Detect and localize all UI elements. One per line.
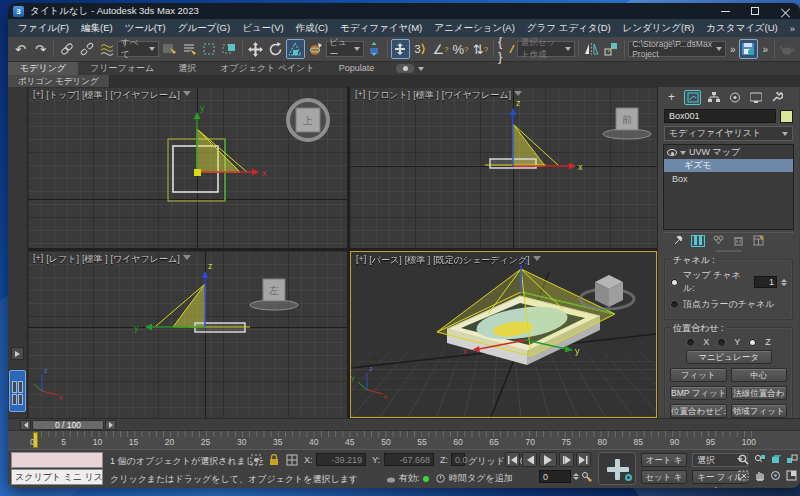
go-to-start-button[interactable]: [505, 452, 520, 467]
ribbon-tab-object-paint[interactable]: オブジェクト ペイント: [208, 62, 327, 75]
select-and-link-button[interactable]: [57, 39, 76, 59]
remove-modifier-button[interactable]: [731, 235, 745, 247]
menu-tools[interactable]: ツール(T): [119, 19, 172, 37]
previous-frame-arrow[interactable]: [20, 420, 31, 430]
toolbar-overflow-chevron-2[interactable]: »: [759, 44, 771, 55]
ribbon-tab-selection[interactable]: 選択: [166, 62, 208, 75]
ribbon-tab-freeform[interactable]: フリーフォーム: [78, 62, 166, 75]
next-frame-arrow[interactable]: [105, 420, 116, 430]
menu-create[interactable]: 作成(C): [290, 19, 334, 37]
region-fit-button[interactable]: 領域フィット: [731, 404, 788, 418]
menu-file[interactable]: ファイル(F): [12, 19, 75, 37]
auto-key-button[interactable]: オート キー: [641, 453, 687, 467]
configure-modifier-sets-button[interactable]: [751, 235, 765, 247]
play-animation-button[interactable]: [539, 452, 557, 467]
select-and-scale-button[interactable]: [286, 39, 305, 59]
menu-overflow-chevron[interactable]: »: [784, 23, 800, 34]
save-file-button[interactable]: [739, 39, 758, 59]
select-and-rotate-button[interactable]: [266, 39, 285, 59]
viewport-name-menu[interactable]: [フロント]: [368, 89, 410, 102]
percent-snap-toggle[interactable]: %?: [451, 39, 470, 59]
vertex-color-radio[interactable]: [670, 300, 679, 309]
snaps-toggle[interactable]: 3: [411, 39, 430, 59]
previous-frame-button[interactable]: [522, 452, 537, 467]
menu-rendering[interactable]: レンダリング(R): [617, 19, 701, 37]
center-button[interactable]: 中心: [731, 368, 788, 382]
viewport-shading-menu[interactable]: [ワイヤフレーム]: [110, 253, 179, 266]
maximize-button[interactable]: [740, 3, 770, 19]
frame-spinner-arrows[interactable]: [573, 473, 579, 480]
time-slider-value[interactable]: 0 / 100: [32, 420, 104, 430]
menu-group[interactable]: グループ(G): [172, 19, 236, 37]
ribbon-minimize-button[interactable]: [396, 64, 414, 73]
maxscript-listener-label[interactable]: スクリプト ミニ リス: [11, 469, 103, 485]
tab-create[interactable]: +: [663, 90, 680, 105]
select-and-move-button[interactable]: [246, 39, 265, 59]
x-coordinate-field[interactable]: -39.219: [316, 453, 366, 466]
viewport-perspective-canvas[interactable]: z x y x z: [351, 252, 656, 417]
close-button[interactable]: [770, 3, 800, 19]
tab-display[interactable]: [747, 90, 764, 105]
go-to-end-button[interactable]: [576, 452, 591, 467]
y-coordinate-field[interactable]: -67.668: [384, 453, 434, 466]
reference-coordinate-dropdown[interactable]: ビュー: [326, 41, 364, 57]
zoom-all-button[interactable]: [752, 452, 767, 467]
z-coordinate-field[interactable]: 0.0: [451, 453, 465, 466]
absolute-offset-toggle[interactable]: [284, 453, 299, 467]
expand-caret-icon[interactable]: [680, 151, 686, 155]
viewport-shading-menu[interactable]: [ワイヤフレーム]: [110, 89, 179, 102]
manipulate-button[interactable]: マニピュレータ: [686, 350, 772, 364]
menu-views[interactable]: ビュー(V): [236, 19, 290, 37]
object-color-swatch[interactable]: [780, 110, 793, 123]
current-frame-spinner[interactable]: 0: [539, 470, 592, 483]
next-frame-button[interactable]: [559, 452, 574, 467]
viewport-name-menu[interactable]: [トップ]: [46, 89, 79, 102]
select-and-place-button[interactable]: [306, 39, 325, 59]
viewport-style-menu[interactable]: [標準 ]: [82, 89, 108, 102]
tab-utilities[interactable]: [768, 90, 785, 105]
rectangular-selection-region-button[interactable]: [200, 39, 219, 59]
unlink-button[interactable]: [77, 39, 96, 59]
view-align-button[interactable]: 位置合わせビュ: [670, 404, 727, 418]
make-unique-button[interactable]: [711, 235, 725, 247]
mirror-button[interactable]: [582, 39, 601, 59]
object-name-field[interactable]: Box001: [664, 109, 776, 123]
align-x-radio[interactable]: [686, 338, 695, 347]
normal-align-button[interactable]: 法線位置合わ: [731, 386, 788, 400]
stack-row-gizmo-selected[interactable]: ギズモ: [664, 159, 793, 172]
tab-modify[interactable]: [684, 90, 701, 105]
viewport-menu-plus[interactable]: [+]: [33, 89, 43, 102]
tab-hierarchy[interactable]: [705, 90, 722, 105]
show-end-result-button[interactable]: [691, 235, 705, 247]
angle-snap-toggle[interactable]: ∠?: [431, 39, 450, 59]
viewport-menu-plus[interactable]: [+]: [355, 89, 365, 102]
orbit-button[interactable]: [768, 468, 783, 483]
time-slider-handle[interactable]: 0 / 100: [20, 420, 116, 430]
menu-edit[interactable]: 編集(E): [75, 19, 119, 37]
pin-stack-button[interactable]: [671, 235, 685, 247]
zoom-extents-all-button[interactable]: [784, 452, 799, 467]
stack-row-box[interactable]: Box: [664, 172, 793, 185]
pan-button[interactable]: [752, 468, 767, 483]
viewcube-front-label[interactable]: 前: [622, 114, 632, 125]
viewport-top[interactable]: [+] [トップ] [標準 ] [ワイヤフレーム]: [28, 87, 347, 248]
viewport-shading-menu[interactable]: [ワイヤフレーム]: [442, 89, 511, 102]
project-folder-dropdown[interactable]: C:\Storage\P...dsMax Project: [628, 41, 726, 57]
viewcube-top-label[interactable]: 上: [302, 115, 313, 126]
viewport-left-canvas[interactable]: z y 左 x z: [28, 251, 347, 418]
time-slider-track[interactable]: 0 / 100: [8, 418, 800, 430]
viewport-shading-menu[interactable]: [既定のシェーディング]: [433, 254, 529, 267]
map-channel-radio[interactable]: [670, 278, 679, 287]
viewport-left[interactable]: [+] [レフト] [標準 ] [ワイヤフレーム]: [28, 251, 347, 418]
tab-motion[interactable]: [726, 90, 743, 105]
align-button[interactable]: [602, 39, 621, 59]
align-z-radio[interactable]: [748, 338, 757, 347]
zoom-button[interactable]: [736, 452, 751, 467]
set-keys-button[interactable]: [598, 452, 636, 485]
add-time-tag[interactable]: 時間タグを追加: [436, 472, 513, 485]
isolate-selection-toggle[interactable]: [248, 453, 263, 467]
viewport-name-menu[interactable]: [レフト]: [46, 253, 79, 266]
stack-row-uvw-map[interactable]: UVW マップ: [664, 146, 793, 159]
named-selection-set-dropdown[interactable]: 選択セット作成: [517, 41, 575, 57]
viewport-menu-plus[interactable]: [+]: [33, 253, 43, 266]
